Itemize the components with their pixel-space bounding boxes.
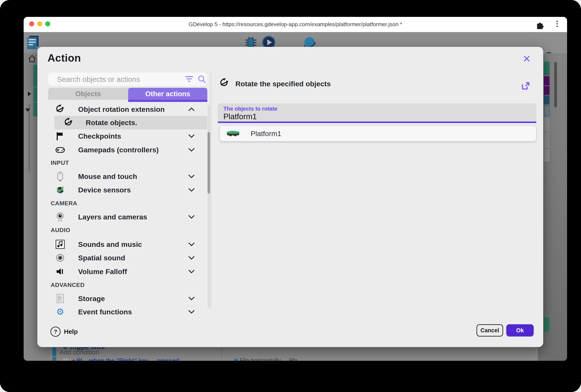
speaker-icon — [55, 253, 65, 263]
list-item-mouse-and-touch[interactable]: Mouse and touch — [48, 169, 207, 183]
scene-block-purple — [544, 76, 550, 85]
list-item-volume-falloff[interactable]: Volume Falloff — [48, 265, 207, 279]
background-scrollbar — [554, 62, 557, 108]
search-box — [48, 72, 207, 86]
chevron-down-icon — [188, 147, 195, 153]
filter-icon[interactable] — [185, 75, 194, 83]
tab-bar: Objects Other actions — [48, 88, 207, 100]
event-action-fragment: Flip horizontally ... Pla... — [234, 357, 369, 361]
event-color-bar — [52, 357, 56, 361]
list-item-label: Spatial sound — [78, 254, 125, 262]
collapse-arrow-icon — [25, 108, 30, 112]
browser-menu-kebab-icon[interactable] — [556, 20, 558, 28]
extensions-puzzle-icon[interactable] — [536, 20, 544, 29]
screenshot-frame: GDevelop 5 - https://resources.gdevelop-… — [0, 0, 581, 392]
list-item-label: Gamepads (controllers) — [78, 146, 159, 154]
rotation-icon — [64, 118, 74, 127]
flag-icon — [55, 131, 65, 141]
list-item-label: Checkpoints — [78, 132, 121, 140]
scene-block-teal — [544, 318, 550, 332]
cancel-button[interactable]: Cancel — [476, 324, 503, 337]
panel-divider — [210, 72, 211, 309]
event-block — [33, 102, 38, 116]
scene-block-teal — [544, 62, 550, 75]
music-note-icon — [55, 239, 65, 249]
tree-line — [29, 104, 30, 171]
event-condition-fragment: Pl... when the "Right" key ... pressed .… — [63, 357, 220, 361]
webcam-icon — [55, 212, 65, 222]
mouse-icon — [55, 172, 65, 181]
chevron-down-icon — [188, 134, 195, 139]
expand-arrow-icon — [28, 91, 31, 96]
list-item-storage[interactable]: Storage — [48, 292, 207, 306]
help-label: Help — [64, 328, 78, 335]
tab-objects[interactable]: Objects — [48, 88, 128, 100]
action-description: Rotate the specified objects — [236, 80, 331, 88]
list-item-label: Sounds and music — [78, 240, 142, 249]
event-column-divider — [221, 346, 222, 361]
project-manager-icon — [26, 35, 40, 50]
objects-field-label: The objects to rotate — [223, 105, 278, 112]
object-suggestion-row[interactable]: Platform1 — [220, 126, 536, 141]
objects-field-input[interactable] — [223, 112, 519, 121]
list-item-gamepads[interactable]: Gamepads (controllers) — [48, 143, 207, 157]
chevron-down-icon — [188, 242, 195, 248]
list-item-label: Event functions — [78, 308, 132, 316]
list-item-label: Layers and cameras — [78, 213, 147, 221]
list-item-label: Object rotation extension — [78, 105, 165, 113]
chevron-down-icon — [188, 310, 195, 315]
chevron-down-icon — [188, 215, 195, 220]
object-dot-icon — [72, 360, 75, 361]
open-in-new-icon[interactable] — [521, 81, 530, 91]
chevron-down-icon — [188, 296, 195, 302]
list-item-label: Rotate objects. — [86, 119, 137, 127]
keyboard-icon — [63, 359, 68, 361]
section-header-audio: AUDIO — [51, 227, 70, 234]
gear-icon: ⚙ — [55, 307, 65, 317]
list-item-label: Storage — [78, 295, 105, 303]
window-title: GDevelop 5 - https://resources.gdevelop-… — [24, 21, 567, 28]
scene-block-purple — [544, 86, 550, 95]
section-header-input: INPUT — [51, 159, 69, 166]
sensors-icon — [55, 185, 65, 195]
list-item-checkpoints[interactable]: Checkpoints — [48, 129, 207, 143]
section-header-advanced: ADVANCED — [51, 282, 85, 288]
list-item-label: Mouse and touch — [78, 172, 137, 181]
rotation-icon — [55, 104, 65, 114]
help-button[interactable]: ? Help — [50, 327, 78, 337]
ok-button[interactable]: Ok — [506, 324, 534, 337]
list-item-label: Device sensors — [78, 186, 131, 194]
action-dialog: Action Objects Other actions — [37, 47, 543, 347]
scene-block-outline — [544, 105, 550, 116]
flip-icon — [234, 359, 238, 361]
chevron-down-icon — [188, 269, 195, 275]
objects-field-underline — [218, 121, 536, 123]
help-icon: ? — [50, 327, 60, 337]
list-item-layers-and-cameras[interactable]: Layers and cameras — [48, 210, 207, 224]
scene-block-gray — [544, 149, 550, 162]
objects-field: The objects to rotate — [218, 103, 536, 122]
search-icon[interactable] — [197, 75, 206, 84]
tab-other-actions[interactable]: Other actions — [128, 88, 207, 100]
list-item-spatial-sound[interactable]: Spatial sound — [48, 251, 207, 265]
chevron-down-icon — [188, 174, 195, 180]
close-icon[interactable] — [522, 54, 532, 63]
rotation-icon — [219, 78, 230, 88]
list-item-sounds-and-music[interactable]: Sounds and music — [48, 237, 207, 251]
event-block — [33, 87, 38, 102]
list-scrollbar-thumb[interactable] — [208, 132, 210, 193]
list-item-label: Volume Falloff — [78, 268, 127, 276]
scene-block-gray — [544, 132, 550, 148]
list-item-rotate-objects[interactable]: Rotate objects. — [54, 116, 207, 129]
gamepad-icon — [55, 145, 65, 155]
search-input[interactable] — [56, 74, 176, 84]
list-item-event-functions[interactable]: ⚙ Event functions — [48, 305, 207, 319]
list-item-device-sensors[interactable]: Device sensors — [48, 183, 207, 197]
platform-thumbnail — [226, 131, 240, 137]
scene-block-blue — [544, 96, 550, 104]
suggestion-label: Platform1 — [250, 129, 282, 138]
list-item-object-rotation-extension[interactable]: Object rotation extension — [48, 102, 207, 116]
event-color-bar — [52, 346, 56, 356]
event-block — [33, 65, 38, 87]
scene-block-gray — [544, 117, 550, 132]
